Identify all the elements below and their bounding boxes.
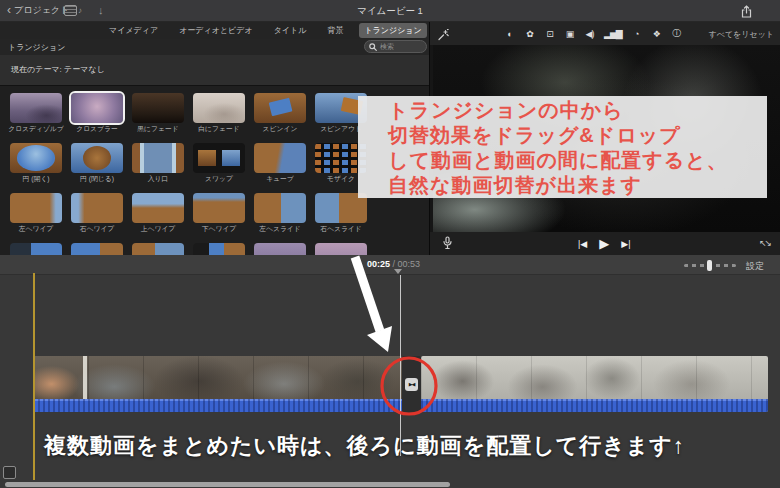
- transition-item[interactable]: 円 (閉じる): [71, 143, 123, 184]
- time-total: / 00:53: [390, 259, 420, 269]
- transition-thumbnail[interactable]: [10, 243, 62, 255]
- transition-item[interactable]: [71, 243, 123, 255]
- video-clip-2[interactable]: [421, 356, 768, 412]
- tab-transitions[interactable]: トランジション: [359, 23, 426, 38]
- transition-thumbnail[interactable]: [10, 93, 62, 123]
- transition-thumbnail[interactable]: [71, 193, 123, 223]
- transition-thumbnail[interactable]: [193, 93, 245, 123]
- tab-my-media[interactable]: マイメディア: [104, 23, 163, 38]
- transition-item[interactable]: 白にフェード: [193, 93, 245, 134]
- stabilization-icon[interactable]: ▣: [564, 29, 575, 39]
- horizontal-scrollbar[interactable]: [5, 482, 450, 487]
- transition-label: 左へスライド: [248, 223, 312, 234]
- share-icon[interactable]: [741, 4, 752, 22]
- transition-item[interactable]: [10, 243, 62, 255]
- info-icon[interactable]: ⓘ: [671, 27, 682, 40]
- effects-icon[interactable]: ❖: [651, 29, 662, 39]
- adjust-icons-group: ◐✿⊡▣◀)▂▅▇◔❖ⓘ: [504, 22, 682, 45]
- transition-thumbnail[interactable]: [10, 193, 62, 223]
- playhead-marker-icon: [394, 269, 402, 274]
- playhead-line[interactable]: [400, 275, 401, 456]
- transition-thumbnail[interactable]: [71, 243, 123, 255]
- browser-tabbar: マイメディアオーディオとビデオタイトル背景トランジション: [0, 22, 430, 39]
- transition-thumbnail[interactable]: [254, 193, 306, 223]
- transition-thumbnail[interactable]: [254, 143, 306, 173]
- callout-line: トランジションの中から: [388, 98, 767, 123]
- skimmer-playhead[interactable]: [33, 273, 35, 480]
- transition-thumbnail[interactable]: [132, 93, 184, 123]
- transition-item[interactable]: 右へワイプ: [71, 193, 123, 234]
- transition-item[interactable]: キューブ: [254, 143, 306, 184]
- transition-thumbnail[interactable]: [132, 143, 184, 173]
- callout-line: して動画と動画の間に配置すると、: [388, 148, 767, 173]
- transition-thumbnail[interactable]: [132, 243, 184, 255]
- previous-frame-button[interactable]: |◀: [578, 239, 587, 249]
- next-frame-button[interactable]: ▶|: [621, 239, 630, 249]
- search-input[interactable]: 検索: [364, 40, 427, 53]
- transition-item[interactable]: スワップ: [193, 143, 245, 184]
- callout-line: 自然な動画切替が出来ます: [388, 173, 767, 198]
- transition-item[interactable]: 右へスライド: [315, 193, 367, 234]
- timecode-display: 00:25 / 00:53: [367, 259, 420, 269]
- panel-title: トランジション: [8, 42, 65, 53]
- tab-titles[interactable]: タイトル: [269, 23, 312, 38]
- current-theme-label: 現在のテーマ: テーマなし: [11, 64, 105, 75]
- transition-label: 右へワイプ: [65, 223, 129, 234]
- transition-item[interactable]: 左へスライド: [254, 193, 306, 234]
- enhance-wand-icon[interactable]: [437, 27, 449, 45]
- transition-item[interactable]: [315, 243, 367, 255]
- color-correction-icon[interactable]: ✿: [524, 29, 535, 39]
- transition-thumbnail[interactable]: [71, 143, 123, 173]
- transition-thumbnail[interactable]: [193, 193, 245, 223]
- transition-label: 入り口: [126, 173, 190, 184]
- transition-thumbnail[interactable]: [10, 143, 62, 173]
- timeline-zoom-thumb[interactable]: [707, 260, 712, 271]
- transition-thumbnail[interactable]: [193, 143, 245, 173]
- timeline-toolbar: 00:25 / 00:53 設定: [0, 255, 780, 275]
- transition-thumbnail[interactable]: [254, 93, 306, 123]
- transition-item[interactable]: 下へワイプ: [193, 193, 245, 234]
- volume-icon[interactable]: ◀): [584, 29, 595, 39]
- transition-item[interactable]: スピンイン: [254, 93, 306, 134]
- transition-label: 白にフェード: [187, 123, 251, 134]
- crop-icon[interactable]: ⊡: [544, 29, 555, 39]
- play-button[interactable]: ▶: [599, 236, 609, 251]
- transition-item[interactable]: 入り口: [132, 143, 184, 184]
- transition-label: クロスブラー: [65, 123, 129, 134]
- microphone-icon[interactable]: [443, 236, 452, 254]
- transition-item[interactable]: 左へワイプ: [10, 193, 62, 234]
- transition-item[interactable]: 黒にフェード: [132, 93, 184, 134]
- tab-backgrounds[interactable]: 背景: [322, 23, 348, 38]
- transition-label: 右へスライド: [309, 223, 373, 234]
- transition-item[interactable]: クロスディゾルブ: [10, 93, 62, 134]
- timeline-settings-button[interactable]: 設定: [746, 260, 764, 273]
- playback-bar: |◀ ▶ ▶| ↖↘: [430, 232, 780, 255]
- transition-item[interactable]: [254, 243, 306, 255]
- video-clip-1[interactable]: [33, 356, 402, 412]
- noise-reduction-icon[interactable]: ▂▅▇: [604, 29, 622, 39]
- transition-item[interactable]: [193, 243, 245, 255]
- transition-item[interactable]: 上へワイプ: [132, 193, 184, 234]
- timeline-transition-element[interactable]: ▶◀: [402, 356, 421, 412]
- imovie-window: ‹ プロジェクト ♪ ↓ マイムービー 1 マイメディアオーディオとビデオタイト…: [0, 0, 780, 488]
- reset-all-button[interactable]: すべてをリセット: [709, 29, 775, 40]
- transition-item[interactable]: クロスブラー: [71, 93, 123, 134]
- transition-label: 下へワイプ: [187, 223, 251, 234]
- transition-thumbnail[interactable]: [71, 93, 123, 123]
- fullscreen-icon[interactable]: ↖↘: [759, 238, 770, 248]
- transition-label: キューブ: [248, 173, 312, 184]
- transition-label: クロスディゾルブ: [4, 123, 68, 134]
- transition-thumbnail[interactable]: [315, 243, 367, 255]
- transition-thumbnail[interactable]: [193, 243, 245, 255]
- color-balance-icon[interactable]: ◐: [504, 29, 515, 39]
- transition-label: 上へワイプ: [126, 223, 190, 234]
- transition-item[interactable]: [132, 243, 184, 255]
- transition-thumbnail[interactable]: [254, 243, 306, 255]
- theme-row: 現在のテーマ: テーマなし: [0, 55, 430, 86]
- audio-waveform: [421, 399, 768, 412]
- transition-thumbnail[interactable]: [132, 193, 184, 223]
- transition-label: 円 (閉じる): [65, 173, 129, 184]
- speed-icon[interactable]: ◔: [631, 29, 642, 39]
- tab-audio-video[interactable]: オーディオとビデオ: [174, 23, 258, 38]
- transition-item[interactable]: 円 (開く): [10, 143, 62, 184]
